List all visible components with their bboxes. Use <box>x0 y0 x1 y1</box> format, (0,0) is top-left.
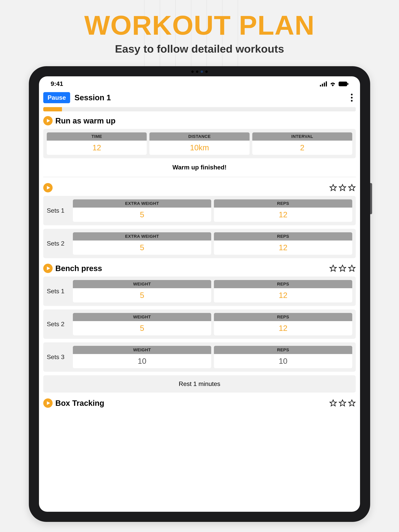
play-icon[interactable] <box>43 264 53 273</box>
set-row: Sets 3 WEIGHT 10 REPS 10 <box>43 342 356 372</box>
metric-value: 12 <box>214 208 352 222</box>
star-outline-icon[interactable] <box>339 184 346 192</box>
metric[interactable]: REPS 10 <box>214 346 352 368</box>
metric[interactable]: WEIGHT 5 <box>73 313 211 335</box>
metric[interactable]: REPS 12 <box>214 313 352 335</box>
screen: 9:41 Pause Session 1 Run as warm up <box>39 76 360 512</box>
cellular-icon <box>320 81 327 86</box>
metric-label: WEIGHT <box>73 346 211 354</box>
metric[interactable]: WEIGHT 10 <box>73 346 211 368</box>
star-outline-icon[interactable] <box>329 184 337 192</box>
metric[interactable]: INTERVAL 2 <box>252 133 352 155</box>
metric-value: 2 <box>252 141 352 155</box>
play-icon[interactable] <box>43 399 53 408</box>
set-label: Sets 2 <box>47 313 70 335</box>
section-header: Run as warm up <box>43 116 356 125</box>
metric[interactable]: REPS 12 <box>214 280 352 302</box>
metric-label: REPS <box>214 199 352 208</box>
metric[interactable]: TIME 12 <box>47 133 147 155</box>
metric-value: 12 <box>214 288 352 302</box>
pause-button[interactable]: Pause <box>43 92 70 103</box>
status-icons <box>320 81 348 86</box>
content: Run as warm up TIME 12 DISTANCE 10km INT… <box>39 116 360 408</box>
metric[interactable]: REPS 12 <box>214 199 352 222</box>
metric[interactable]: EXTRA WEIGHT 5 <box>73 232 211 255</box>
hero-subtitle: Easy to follow detailed workouts <box>0 43 399 55</box>
metric-value: 12 <box>214 241 352 255</box>
metrics-panel: TIME 12 DISTANCE 10km INTERVAL 2 <box>43 129 356 158</box>
svg-rect-0 <box>320 85 321 86</box>
section-header: Bench press <box>43 264 356 273</box>
metric-label: DISTANCE <box>149 133 249 141</box>
progress-bar <box>43 107 356 111</box>
section-title: Box Tracking <box>55 399 104 408</box>
star-outline-icon[interactable] <box>339 265 346 272</box>
metric-label: REPS <box>214 232 352 241</box>
wifi-icon <box>329 81 336 86</box>
set-row: Sets 1 EXTRA WEIGHT 5 REPS 12 <box>43 196 356 225</box>
metric-value: 10 <box>73 354 211 368</box>
topbar: Pause Session 1 <box>39 89 360 106</box>
hero-title: WORKOUT PLAN <box>0 12 399 39</box>
play-icon[interactable] <box>43 183 53 192</box>
metric[interactable]: EXTRA WEIGHT 5 <box>73 199 211 222</box>
progress-fill <box>43 107 62 111</box>
star-outline-icon[interactable] <box>329 265 337 272</box>
rating-stars[interactable] <box>329 265 356 272</box>
star-outline-icon[interactable] <box>348 399 356 407</box>
battery-icon <box>339 82 348 86</box>
metric-value: 5 <box>73 208 211 222</box>
play-icon[interactable] <box>43 116 53 125</box>
metric-label: REPS <box>214 313 352 321</box>
rating-stars[interactable] <box>329 399 356 407</box>
metric-value: 10 <box>214 354 352 368</box>
warmup-done-text: Warm up finished! <box>43 162 356 177</box>
metric-label: WEIGHT <box>73 313 211 321</box>
rest-text: Rest 1 minutes <box>43 375 356 393</box>
metric-label: TIME <box>47 133 147 141</box>
metric-value: 10km <box>149 141 249 155</box>
metric[interactable]: DISTANCE 10km <box>149 133 249 155</box>
more-menu-icon[interactable] <box>349 92 354 104</box>
svg-rect-5 <box>347 83 348 85</box>
set-row: Sets 2 EXTRA WEIGHT 5 REPS 12 <box>43 229 356 258</box>
star-outline-icon[interactable] <box>348 265 356 272</box>
metric-label: REPS <box>214 280 352 288</box>
session-title: Session 1 <box>74 93 111 102</box>
set-label: Sets 3 <box>47 346 70 368</box>
metric-value: 12 <box>214 321 352 335</box>
metric-value: 5 <box>73 321 211 335</box>
status-bar: 9:41 <box>39 76 360 89</box>
section-header <box>43 183 356 192</box>
metric-value: 5 <box>73 241 211 255</box>
metric-label: EXTRA WEIGHT <box>73 199 211 208</box>
metric-label: INTERVAL <box>252 133 352 141</box>
status-time: 9:41 <box>51 80 63 88</box>
section-title: Run as warm up <box>55 116 116 125</box>
set-row: Sets 1 WEIGHT 5 REPS 12 <box>43 277 356 306</box>
star-outline-icon[interactable] <box>348 184 356 192</box>
set-row: Sets 2 WEIGHT 5 REPS 12 <box>43 310 356 339</box>
set-label: Sets 1 <box>47 199 70 222</box>
svg-rect-3 <box>326 81 327 86</box>
metric-value: 12 <box>47 141 147 155</box>
hero-section: WORKOUT PLAN Easy to follow detailed wor… <box>0 0 399 55</box>
svg-rect-2 <box>324 82 325 86</box>
metric[interactable]: REPS 12 <box>214 232 352 255</box>
section-header: Box Tracking <box>43 399 356 408</box>
metric[interactable]: WEIGHT 5 <box>73 280 211 302</box>
set-label: Sets 1 <box>47 280 70 302</box>
section-title: Bench press <box>55 264 102 273</box>
metric-label: WEIGHT <box>73 280 211 288</box>
star-outline-icon[interactable] <box>329 399 337 407</box>
svg-rect-1 <box>322 84 323 86</box>
tablet-frame: 9:41 Pause Session 1 Run as warm up <box>29 66 370 522</box>
set-label: Sets 2 <box>47 232 70 255</box>
metric-value: 5 <box>73 288 211 302</box>
metric-label: REPS <box>214 346 352 354</box>
metric-label: EXTRA WEIGHT <box>73 232 211 241</box>
rating-stars[interactable] <box>329 184 356 192</box>
star-outline-icon[interactable] <box>339 399 346 407</box>
svg-rect-4 <box>339 82 347 86</box>
